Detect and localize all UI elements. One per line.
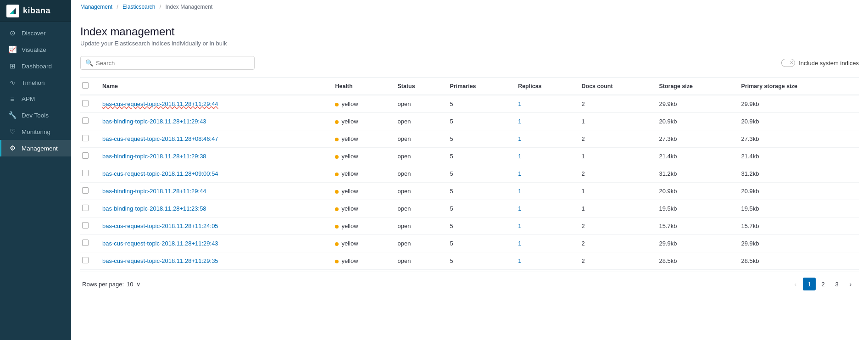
search-box[interactable]: 🔍 xyxy=(80,56,255,70)
row-name-3: bas-binding-topic-2018.11.28+11:29:38 xyxy=(97,148,329,165)
row-checkbox-2[interactable] xyxy=(82,135,89,141)
replicas-link-9[interactable]: 1 xyxy=(518,257,521,264)
replicas-link-2[interactable]: 1 xyxy=(518,135,521,142)
sidebar-item-timelion[interactable]: ∿ Timelion xyxy=(0,74,71,91)
row-storage-size-7: 15.7kb xyxy=(653,217,735,235)
row-checkbox-6[interactable] xyxy=(82,205,89,211)
sidebar-item-devtools[interactable]: 🔧 Dev Tools xyxy=(0,107,71,123)
row-status-0: open xyxy=(392,95,444,113)
sidebar-item-dashboard[interactable]: ⊞ Dashboard xyxy=(0,58,71,74)
row-checkbox-8[interactable] xyxy=(82,240,89,246)
page-2-button[interactable]: 2 xyxy=(817,278,829,290)
index-link-5[interactable]: bas-binding-topic-2018.11.28+11:29:44 xyxy=(102,188,206,195)
row-name-9: bas-cus-request-topic-2018.11.28+11:29:3… xyxy=(97,252,329,270)
replicas-link-4[interactable]: 1 xyxy=(518,170,521,177)
breadcrumb: Management / Elasticsearch / Index Manag… xyxy=(71,0,868,14)
breadcrumb-management[interactable]: Management xyxy=(80,4,112,10)
table-row: bas-cus-request-topic-2018.11.28+11:29:4… xyxy=(80,95,859,113)
replicas-link-7[interactable]: 1 xyxy=(518,223,521,229)
col-header-replicas[interactable]: Replicas xyxy=(512,78,576,95)
system-indices-toggle[interactable]: ✕ xyxy=(781,59,795,67)
timelion-icon: ∿ xyxy=(8,78,17,87)
row-checkbox-7[interactable] xyxy=(82,222,89,229)
sidebar-item-visualize[interactable]: 📈 Visualize xyxy=(0,41,71,58)
col-header-primary-storage-size[interactable]: Primary storage size xyxy=(736,78,859,95)
replicas-link-6[interactable]: 1 xyxy=(518,205,521,212)
row-health-5: yellow xyxy=(329,183,392,200)
row-primaries-6: 5 xyxy=(445,200,513,217)
col-header-status[interactable]: Status xyxy=(392,78,444,95)
sidebar-nav: ⊙ Discover 📈 Visualize ⊞ Dashboard ∿ Tim… xyxy=(0,22,71,340)
index-link-1[interactable]: bas-binding-topic-2018.11.28+11:29:43 xyxy=(102,118,206,125)
col-header-name[interactable]: Name xyxy=(97,78,329,95)
health-dot-8 xyxy=(335,242,339,246)
index-link-2[interactable]: bas-cus-request-topic-2018.11.28+08:46:4… xyxy=(102,135,218,142)
sidebar-item-management[interactable]: ⚙ Management xyxy=(0,140,71,156)
next-page-button[interactable]: › xyxy=(844,278,857,290)
row-checkbox-4[interactable] xyxy=(82,170,89,176)
row-checkbox-5[interactable] xyxy=(82,187,89,194)
row-name-2: bas-cus-request-topic-2018.11.28+08:46:4… xyxy=(97,130,329,148)
row-primary-storage-size-0: 29.9kb xyxy=(736,95,859,113)
page-3-button[interactable]: 3 xyxy=(830,278,843,290)
col-header-storage-size[interactable]: Storage size xyxy=(653,78,735,95)
row-health-0: yellow xyxy=(329,95,392,113)
row-checkbox-cell xyxy=(80,252,97,270)
row-checkbox-0[interactable] xyxy=(82,100,89,106)
health-dot-3 xyxy=(335,155,339,159)
table-row: bas-binding-topic-2018.11.28+11:23:58 ye… xyxy=(80,200,859,217)
page-1-button[interactable]: 1 xyxy=(803,278,816,290)
replicas-link-3[interactable]: 1 xyxy=(518,153,521,160)
sidebar-item-discover[interactable]: ⊙ Discover xyxy=(0,25,71,41)
rows-per-page-selector[interactable]: Rows per page: 10 ∨ xyxy=(82,281,141,288)
sidebar-item-monitoring[interactable]: ♡ Monitoring xyxy=(0,123,71,140)
row-checkbox-cell xyxy=(80,165,97,183)
table-row: bas-binding-topic-2018.11.28+11:29:38 ye… xyxy=(80,148,859,165)
health-dot-9 xyxy=(335,260,339,263)
index-link-0[interactable]: bas-cus-request-topic-2018.11.28+11:29:4… xyxy=(102,100,218,107)
rows-per-page-chevron: ∨ xyxy=(136,281,141,288)
row-primaries-5: 5 xyxy=(445,183,513,200)
row-primary-storage-size-8: 29.9kb xyxy=(736,235,859,252)
replicas-link-1[interactable]: 1 xyxy=(518,118,521,125)
table-row: bas-cus-request-topic-2018.11.28+11:24:0… xyxy=(80,217,859,235)
row-name-7: bas-cus-request-topic-2018.11.28+11:24:0… xyxy=(97,217,329,235)
row-checkbox-1[interactable] xyxy=(82,117,89,124)
row-checkbox-9[interactable] xyxy=(82,257,89,263)
breadcrumb-elasticsearch[interactable]: Elasticsearch xyxy=(122,4,155,10)
row-primary-storage-size-1: 20.9kb xyxy=(736,113,859,130)
row-status-3: open xyxy=(392,148,444,165)
row-health-6: yellow xyxy=(329,200,392,217)
index-link-3[interactable]: bas-binding-topic-2018.11.28+11:29:38 xyxy=(102,153,206,160)
index-link-6[interactable]: bas-binding-topic-2018.11.28+11:23:58 xyxy=(102,205,206,212)
sidebar-logo[interactable]: kibana xyxy=(0,0,71,22)
replicas-link-0[interactable]: 1 xyxy=(518,100,521,107)
row-name-5: bas-binding-topic-2018.11.28+11:29:44 xyxy=(97,183,329,200)
search-input[interactable] xyxy=(96,60,250,67)
row-primary-storage-size-3: 21.4kb xyxy=(736,148,859,165)
col-header-health[interactable]: Health xyxy=(329,78,392,95)
col-header-docs-count[interactable]: Docs count xyxy=(576,78,654,95)
row-docs-count-3: 1 xyxy=(576,148,654,165)
index-link-7[interactable]: bas-cus-request-topic-2018.11.28+11:24:0… xyxy=(102,223,218,229)
row-storage-size-6: 19.5kb xyxy=(653,200,735,217)
index-link-8[interactable]: bas-cus-request-topic-2018.11.28+11:29:4… xyxy=(102,240,218,247)
replicas-link-8[interactable]: 1 xyxy=(518,240,521,247)
page-subtitle: Update your Elasticsearch indices indivi… xyxy=(80,40,859,47)
row-checkbox-cell xyxy=(80,200,97,217)
apm-icon: ≡ xyxy=(8,95,17,103)
sidebar-item-apm[interactable]: ≡ APM xyxy=(0,91,71,107)
row-checkbox-3[interactable] xyxy=(82,152,89,159)
row-storage-size-4: 31.2kb xyxy=(653,165,735,183)
col-header-primaries[interactable]: Primaries xyxy=(445,78,513,95)
row-name-8: bas-cus-request-topic-2018.11.28+11:29:4… xyxy=(97,235,329,252)
index-link-4[interactable]: bas-cus-request-topic-2018.11.28+09:00:5… xyxy=(102,170,218,177)
select-all-checkbox[interactable] xyxy=(82,82,89,89)
index-link-9[interactable]: bas-cus-request-topic-2018.11.28+11:29:3… xyxy=(102,257,218,264)
prev-page-button[interactable]: ‹ xyxy=(789,278,802,290)
table-row: bas-cus-request-topic-2018.11.28+11:29:4… xyxy=(80,235,859,252)
index-table: Name Health Status Primaries Replicas Do… xyxy=(80,77,859,270)
sidebar-item-label-devtools: Dev Tools xyxy=(22,112,49,119)
row-storage-size-9: 28.5kb xyxy=(653,252,735,270)
replicas-link-5[interactable]: 1 xyxy=(518,188,521,195)
